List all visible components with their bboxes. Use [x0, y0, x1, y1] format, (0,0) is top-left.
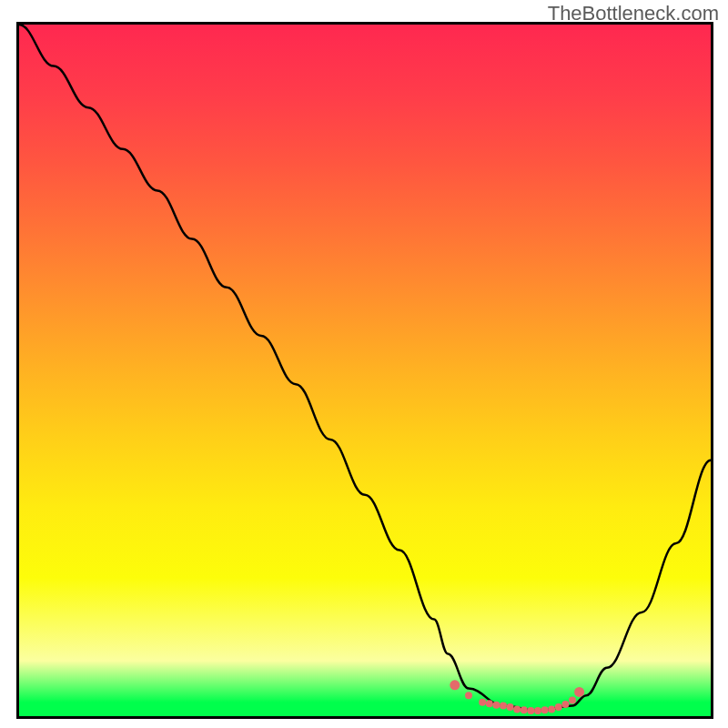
optimal-marker [569, 697, 576, 704]
optimal-marker [450, 680, 460, 690]
optimal-marker [548, 705, 555, 713]
bottleneck-curve [19, 25, 711, 711]
optimal-marker [479, 699, 486, 706]
optimal-marker [555, 703, 562, 711]
optimal-marker [465, 692, 472, 699]
optimal-markers [450, 680, 584, 714]
optimal-marker [541, 706, 549, 713]
optimal-marker [521, 706, 528, 713]
optimal-marker [507, 703, 514, 711]
optimal-marker [486, 700, 493, 707]
optimal-marker [513, 705, 521, 713]
chart-plot-area [16, 22, 713, 719]
optimal-marker [527, 707, 534, 714]
optimal-marker [534, 707, 541, 714]
optimal-marker [561, 701, 569, 708]
watermark-text: TheBottleneck.com [548, 2, 719, 25]
curve-layer [19, 25, 711, 716]
optimal-marker [500, 703, 507, 710]
optimal-marker [492, 702, 500, 709]
optimal-marker [574, 687, 584, 697]
